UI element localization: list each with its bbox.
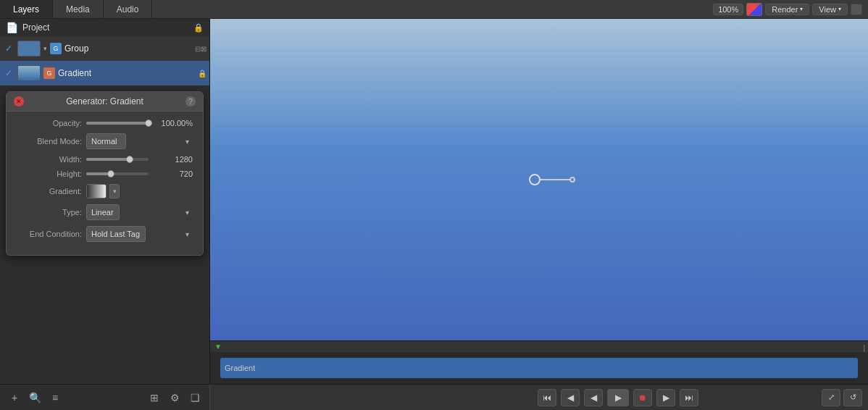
project-icon: 📄 [6,22,18,33]
gradient-label: Gradient: [17,187,82,196]
type-select[interactable]: Linear Radial [86,204,120,220]
gradient-layer-name: Gradient [58,68,195,78]
blend-mode-select[interactable]: Normal Add Subtract Multiply Screen Over… [86,133,126,149]
timeline-end-marker: | [863,344,865,352]
width-value: 1280 [153,155,193,164]
group-thumbnail [17,41,41,57]
end-condition-select[interactable]: Hold Last Tag Wrap Reflect [86,226,146,242]
go-to-start-button[interactable]: ⏮ [538,389,556,406]
blend-mode-label: Blend Mode: [17,137,82,146]
timeline-bar[interactable]: Gradient [220,358,858,378]
view-chevron: ▾ [838,6,841,12]
opacity-slider-wrap [86,122,149,125]
group-visible-checkbox[interactable]: ✓ [3,43,14,54]
gradient-swatch-arrow[interactable]: ▾ [109,184,120,198]
layers-list-button[interactable]: ≡ [46,389,64,406]
height-value: 720 [153,170,193,178]
end-condition-label: End Condition: [17,230,82,238]
blend-mode-row: Blend Mode: Normal Add Subtract Multiply… [17,133,193,149]
layer-row-group[interactable]: ✓ ▾ G Group ⊟⊠ [0,36,209,61]
height-slider[interactable] [86,172,149,175]
gradient-swatch-wrap: ▾ [86,184,120,198]
render-chevron: ▾ [800,6,803,12]
project-lock-icon: 🔒 [193,23,204,33]
window-button[interactable] [851,4,862,15]
transport-controls: ⏮ ◀ ◀ ▶ ⏺ ▶ ⏭ [420,389,816,406]
generator-body: Opacity: 100.00% Blend Mode: Normal [7,112,203,255]
generator-help-button[interactable]: ? [185,96,196,106]
color-picker-button[interactable] [746,3,762,16]
opacity-slider[interactable] [86,122,149,125]
top-bar-right: 100% Render ▾ View ▾ [713,3,868,16]
project-row: 📄 Project 🔒 [0,19,209,36]
opacity-value: 100.00% [153,119,193,127]
gradient-type-icon: G [43,67,55,79]
generator-panel: ✕ Generator: Gradient ? Opacity: 100.00% [6,91,204,256]
group-expand-arrow[interactable]: ▾ [43,45,47,52]
generator-close-button[interactable]: ✕ [14,96,24,106]
tab-audio[interactable]: Audio [104,0,153,18]
bottom-bar: ⏮ ◀ ◀ ▶ ⏺ ▶ ⏭ ⤢ ↺ [210,384,868,410]
group-layer-name: Group [64,43,192,54]
step-back2-button[interactable]: ◀ [584,389,603,406]
top-bar: Layers Media Audio 100% Render ▾ View ▾ [0,0,868,19]
end-condition-select-wrap: Hold Last Tag Wrap Reflect [86,226,193,242]
timeline-content: Gradient [210,352,868,384]
multi-view-button[interactable]: ❏ [186,389,204,406]
timeline-playhead: ▼ [214,343,222,351]
zoom-display[interactable]: 100% [713,4,743,15]
width-slider[interactable] [86,158,149,161]
height-row: Height: 720 [17,170,193,178]
control-point-line [541,179,569,180]
gradient-thumbnail [17,65,41,81]
canvas-control-point[interactable] [529,174,575,185]
width-slider-wrap [86,158,149,161]
render-button[interactable]: Render ▾ [765,4,809,15]
timeline-header: ▼ | [210,341,868,352]
fit-view-button[interactable]: ⤢ [822,389,840,406]
type-select-wrap: Linear Radial [86,204,193,220]
loop-button[interactable]: ↺ [843,389,862,406]
control-point-circle[interactable] [529,174,541,185]
tab-media[interactable]: Media [53,0,104,18]
bottom-bar-right: ⤢ ↺ [816,389,868,406]
layer-bottom-toolbar: + 🔍 ≡ ⊞ ⚙ ❏ [0,384,210,410]
search-button[interactable]: 🔍 [26,389,43,406]
canvas-timeline-area: ▼ | Gradient ⏮ ◀ ◀ ▶ ⏺ ▶ ⏭ [210,19,868,410]
opacity-label: Opacity: [17,119,82,127]
blend-mode-select-wrap: Normal Add Subtract Multiply Screen Over… [86,133,193,149]
record-button[interactable]: ⏺ [633,389,652,406]
view-button[interactable]: View ▾ [812,4,848,15]
left-panel: 📄 Project 🔒 ✓ ▾ G Group ⊟⊠ ✓ G Gradient … [0,19,210,410]
height-slider-wrap [86,172,149,175]
timeline: ▼ | Gradient [210,340,868,384]
tab-layers[interactable]: Layers [0,0,53,18]
control-point-dot[interactable] [569,177,575,183]
project-name: Project [22,22,49,33]
type-row: Type: Linear Radial [17,204,193,220]
add-layer-button[interactable]: + [6,389,23,406]
gradient-lock-icon: 🔒 [198,70,206,78]
go-to-end-button[interactable]: ⏭ [680,389,698,406]
width-row: Width: 1280 [17,155,193,164]
grid-view-button[interactable]: ⊞ [146,389,163,406]
gradient-swatch[interactable] [86,184,107,198]
height-label: Height: [17,170,82,178]
step-forward-button[interactable]: ▶ [656,389,675,406]
gradient-row: Gradient: ▾ [17,184,193,198]
group-type-icon: G [50,43,62,54]
play-button[interactable]: ▶ [607,389,629,406]
canvas-view[interactable] [210,19,868,340]
gradient-visible-checkbox[interactable]: ✓ [3,67,14,79]
generator-title: Generator: Gradient [66,96,143,106]
end-condition-row: End Condition: Hold Last Tag Wrap Reflec… [17,226,193,242]
width-label: Width: [17,155,82,164]
group-options-icon[interactable]: ⊟⊠ [195,45,206,53]
main-content: 📄 Project 🔒 ✓ ▾ G Group ⊟⊠ ✓ G Gradient … [0,19,868,410]
generator-panel-header: ✕ Generator: Gradient ? [7,92,203,112]
layer-row-gradient[interactable]: ✓ G Gradient 🔒 [0,61,209,85]
type-label: Type: [17,208,82,217]
opacity-row: Opacity: 100.00% [17,119,193,127]
step-back-button[interactable]: ◀ [561,389,580,406]
settings-button[interactable]: ⚙ [166,389,183,406]
